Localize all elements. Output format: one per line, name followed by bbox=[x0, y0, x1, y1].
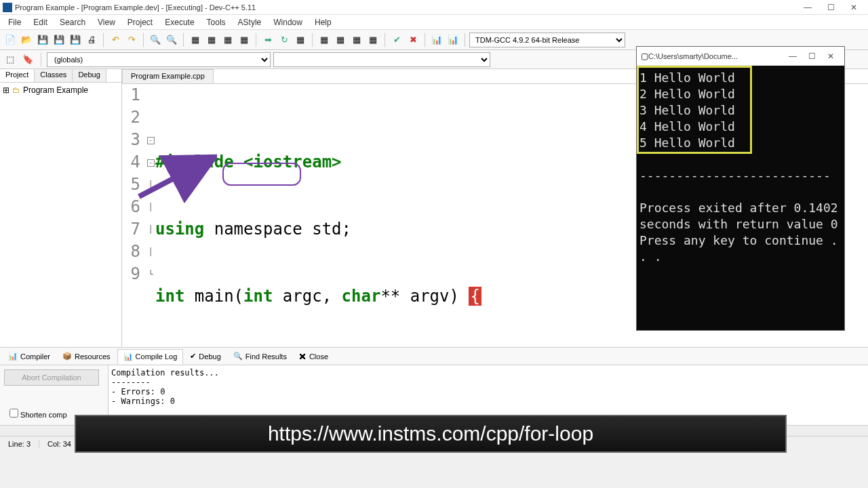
toolbar-separator bbox=[384, 33, 385, 47]
menu-file[interactable]: File bbox=[3, 16, 26, 28]
abort-compilation-button[interactable]: Abort Compilation bbox=[4, 369, 99, 386]
toolbar-separator bbox=[256, 33, 256, 47]
project-label: Program Example bbox=[23, 85, 88, 95]
menu-search[interactable]: Search bbox=[54, 16, 91, 28]
stop-icon[interactable]: ↻ bbox=[277, 33, 292, 47]
close-button[interactable]: ✕ bbox=[842, 1, 865, 14]
circle-annotation bbox=[222, 163, 301, 186]
left-panel-tabs: Project Classes Debug bbox=[0, 69, 121, 83]
tab-debug-bottom[interactable]: ✔Debug bbox=[184, 349, 226, 363]
expand-icon[interactable]: ⊞ bbox=[3, 85, 9, 95]
tab-debug[interactable]: Debug bbox=[73, 69, 106, 82]
goto-icon[interactable]: ⬚ bbox=[3, 52, 18, 67]
replace-icon[interactable]: 🔍 bbox=[164, 33, 179, 47]
log-icon: 📊 bbox=[123, 352, 133, 361]
chart2-icon[interactable]: 📊 bbox=[446, 33, 460, 47]
menu-view[interactable]: View bbox=[92, 16, 121, 28]
toolbar-separator bbox=[425, 33, 425, 47]
status-col: Col: 34 bbox=[39, 440, 80, 448]
check-icon[interactable]: ✔ bbox=[389, 33, 404, 47]
tab-close[interactable]: 🗙Close bbox=[294, 350, 334, 363]
print-icon[interactable]: 🖨 bbox=[84, 33, 99, 47]
cross-icon[interactable]: ✖ bbox=[406, 33, 420, 47]
bottom-tabs: 📊Compiler 📦Resources 📊Compile Log ✔Debug… bbox=[0, 348, 868, 365]
status-line: Line: 3 bbox=[0, 440, 39, 448]
window-titlebar: Program Example - [Program Example.dev] … bbox=[0, 0, 868, 15]
redo-icon[interactable]: ↷ bbox=[124, 33, 139, 47]
function-select[interactable] bbox=[273, 52, 490, 67]
open-icon[interactable]: 📂 bbox=[19, 33, 34, 47]
project-panel: Project Classes Debug ⊞ 🗀 Program Exampl… bbox=[0, 69, 122, 347]
new-icon[interactable]: 📄 bbox=[3, 33, 18, 47]
menu-window[interactable]: Window bbox=[268, 16, 308, 28]
toolbar-separator bbox=[143, 33, 144, 47]
saveall-icon[interactable]: 💾 bbox=[52, 33, 66, 47]
console-close[interactable]: ✕ bbox=[821, 52, 840, 61]
debug-icon[interactable]: ➡ bbox=[260, 33, 275, 47]
saveas-icon[interactable]: 💾 bbox=[68, 33, 83, 47]
compiler-select[interactable]: TDM-GCC 4.9.2 64-bit Release bbox=[469, 33, 625, 47]
console-icon: ▢ bbox=[641, 52, 648, 61]
menu-edit[interactable]: Edit bbox=[28, 16, 53, 28]
shorten-checkbox[interactable] bbox=[9, 409, 18, 418]
fold-column: --││││└ bbox=[146, 84, 155, 347]
project-tree: ⊞ 🗀 Program Example bbox=[0, 83, 121, 98]
toolbar-separator bbox=[41, 53, 41, 66]
toolbar-separator bbox=[465, 33, 465, 47]
grid2-icon[interactable]: ▦ bbox=[333, 33, 348, 47]
console-titlebar: ▢ C:\Users\smarty\Docume... — ☐ ✕ bbox=[637, 47, 844, 66]
compile-run-icon[interactable]: ▦ bbox=[220, 33, 235, 47]
toolbar-separator bbox=[103, 33, 104, 47]
menu-help[interactable]: Help bbox=[309, 16, 337, 28]
console-minimize[interactable]: — bbox=[783, 52, 802, 61]
rebuild-icon[interactable]: ▦ bbox=[237, 33, 252, 47]
console-output: 1 Hello World 2 Hello World 3 Hello Worl… bbox=[637, 66, 844, 269]
profile-icon[interactable]: ▦ bbox=[293, 33, 308, 47]
save-icon[interactable]: 💾 bbox=[35, 33, 50, 47]
svg-line-1 bbox=[139, 159, 210, 197]
menu-project[interactable]: Project bbox=[122, 16, 158, 28]
grid3-icon[interactable]: ▦ bbox=[349, 33, 364, 47]
maximize-button[interactable]: ☐ bbox=[819, 1, 842, 14]
resources-icon: 📦 bbox=[62, 352, 72, 361]
tab-compiler[interactable]: 📊Compiler bbox=[3, 349, 56, 363]
line-gutter: 123456789 bbox=[122, 84, 146, 347]
file-tab[interactable]: Program Example.cpp bbox=[122, 69, 214, 83]
tab-classes[interactable]: Classes bbox=[35, 69, 73, 82]
console-maximize[interactable]: ☐ bbox=[802, 52, 821, 61]
chart1-icon[interactable]: 📊 bbox=[429, 33, 444, 47]
fold-icon[interactable]: - bbox=[147, 137, 155, 144]
app-icon bbox=[3, 3, 12, 12]
globals-select[interactable]: (globals) bbox=[47, 52, 271, 67]
find-icon: 🔍 bbox=[233, 352, 243, 361]
compiler-icon: 📊 bbox=[8, 352, 18, 361]
toolbar-separator bbox=[183, 33, 184, 47]
run-icon[interactable]: ▦ bbox=[204, 33, 219, 47]
window-title: Program Example - [Program Example.dev] … bbox=[15, 3, 796, 12]
grid1-icon[interactable]: ▦ bbox=[317, 33, 332, 47]
tab-project[interactable]: Project bbox=[0, 69, 35, 82]
menu-astyle[interactable]: AStyle bbox=[233, 16, 267, 28]
tab-find-results[interactable]: 🔍Find Results bbox=[228, 349, 292, 363]
toolbar-separator bbox=[312, 33, 313, 47]
compile-icon[interactable]: ▦ bbox=[188, 33, 203, 47]
tab-compile-log[interactable]: 📊Compile Log bbox=[117, 349, 184, 364]
find-icon[interactable]: 🔍 bbox=[148, 33, 163, 47]
debug-icon: ✔ bbox=[190, 352, 196, 361]
menu-tools[interactable]: Tools bbox=[201, 16, 231, 28]
url-watermark: https://www.instms.com/cpp/for-loop bbox=[75, 415, 787, 453]
menu-execute[interactable]: Execute bbox=[159, 16, 199, 28]
bookmark-icon[interactable]: 🔖 bbox=[20, 52, 35, 67]
grid4-icon[interactable]: ▦ bbox=[366, 33, 380, 47]
console-window: ▢ C:\Users\smarty\Docume... — ☐ ✕ 1 Hell… bbox=[636, 46, 845, 331]
close-icon: 🗙 bbox=[299, 352, 307, 361]
menubar: File Edit Search View Project Execute To… bbox=[0, 15, 868, 30]
minimize-button[interactable]: — bbox=[796, 1, 819, 14]
folder-icon: 🗀 bbox=[12, 85, 20, 95]
undo-icon[interactable]: ↶ bbox=[108, 33, 123, 47]
arrow-annotation bbox=[136, 149, 217, 203]
console-title: C:\Users\smarty\Docume... bbox=[648, 52, 783, 60]
tab-resources[interactable]: 📦Resources bbox=[57, 349, 116, 363]
project-root[interactable]: ⊞ 🗀 Program Example bbox=[3, 85, 119, 95]
